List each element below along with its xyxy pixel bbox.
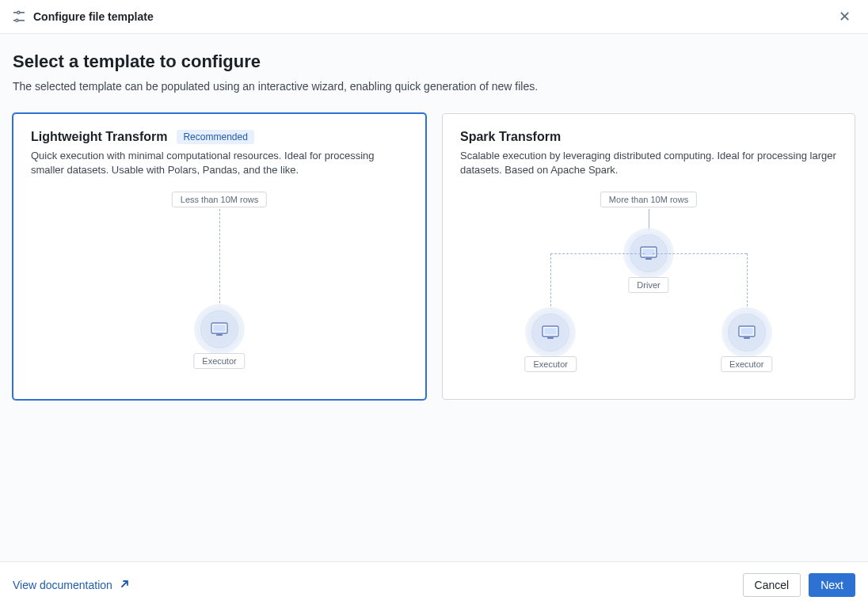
svg-rect-7 (213, 325, 226, 332)
computer-icon (542, 325, 559, 340)
svg-rect-11 (645, 258, 652, 260)
svg-rect-14 (547, 337, 554, 339)
dialog-header: Configure file template ✕ (0, 0, 868, 34)
driver-label: Driver (628, 277, 668, 293)
svg-rect-0 (13, 12, 17, 13)
svg-rect-16 (740, 329, 753, 336)
card-description-spark: Scalable execution by leveraging distrib… (460, 149, 837, 177)
connector-line (219, 209, 220, 307)
card-header-spark: Spark Transform (460, 130, 837, 144)
connector-line-left-h (550, 253, 645, 254)
next-button[interactable]: Next (809, 573, 855, 597)
svg-rect-3 (13, 20, 15, 21)
svg-rect-13 (544, 329, 557, 336)
template-card-spark[interactable]: Spark Transform Scalable execution by le… (442, 113, 855, 400)
size-hint-spark: More than 10M rows (600, 192, 697, 207)
card-header-lightweight: Lightweight Transform Recommended (31, 130, 408, 144)
dialog-body: Select a template to configure The selec… (0, 34, 868, 561)
connector-line-right-h (653, 253, 747, 254)
diagram-lightweight: Less than 10M rows Executor (31, 192, 408, 382)
diagram-spark: More than 10M rows Driver (460, 192, 837, 382)
card-title-spark: Spark Transform (460, 130, 561, 144)
page-title: Select a template to configure (13, 51, 855, 72)
executor-node-left-icon (525, 307, 576, 358)
executor-node-icon (194, 304, 245, 355)
svg-rect-10 (642, 249, 655, 256)
svg-rect-5 (18, 20, 25, 21)
page-subtitle: The selected template can be populated u… (13, 80, 855, 93)
close-icon: ✕ (839, 9, 851, 25)
svg-point-1 (17, 11, 20, 13)
view-documentation-link[interactable]: View documentation (13, 579, 130, 592)
recommended-badge: Recommended (177, 130, 253, 144)
template-card-lightweight[interactable]: Lightweight Transform Recommended Quick … (13, 113, 426, 400)
executor-label-lightweight: Executor (193, 353, 245, 369)
size-hint-lightweight: Less than 10M rows (172, 192, 267, 207)
connector-line-left-v (550, 253, 551, 310)
computer-icon (211, 322, 228, 336)
footer-actions: Cancel Next (743, 573, 855, 597)
cancel-button[interactable]: Cancel (743, 573, 801, 597)
executor-node-right-icon (721, 307, 772, 358)
svg-point-4 (16, 19, 18, 21)
connector-line-right-v (747, 253, 748, 310)
svg-rect-2 (20, 12, 25, 13)
executor-label-left: Executor (525, 356, 577, 372)
template-cards-row: Lightweight Transform Recommended Quick … (13, 113, 855, 400)
computer-icon (738, 325, 756, 340)
doc-link-label: View documentation (13, 579, 112, 591)
dialog-title: Configure file template (33, 10, 154, 23)
dialog-footer: View documentation Cancel Next (0, 561, 868, 608)
close-button[interactable]: ✕ (834, 8, 855, 25)
card-title-lightweight: Lightweight Transform (31, 130, 167, 144)
configure-template-icon (13, 10, 25, 23)
executor-label-right: Executor (721, 356, 772, 372)
external-link-icon (119, 579, 130, 592)
dialog-header-left: Configure file template (13, 10, 154, 23)
svg-rect-8 (216, 334, 223, 336)
card-description-lightweight: Quick execution with minimal computation… (31, 149, 408, 177)
svg-rect-17 (744, 337, 750, 339)
